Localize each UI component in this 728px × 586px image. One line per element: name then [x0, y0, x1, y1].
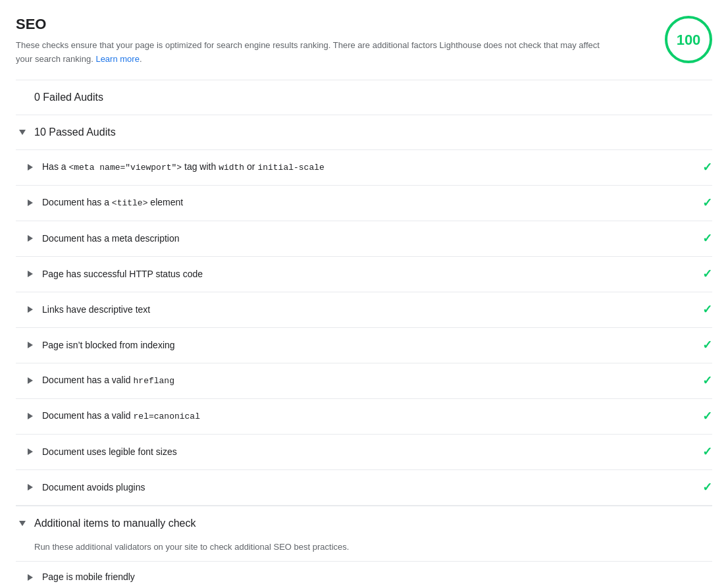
- chevron-right-icon: [28, 448, 33, 455]
- checkmark-icon-link-text: ✓: [702, 301, 712, 319]
- audit-arrow-icon: [28, 448, 33, 455]
- audit-label-http-status: Page has successful HTTP status code: [42, 267, 702, 281]
- audit-arrow-icon: [28, 200, 33, 206]
- audit-arrow-icon: [28, 484, 33, 491]
- audit-arrow-icon: [28, 235, 33, 242]
- code-width: width: [219, 163, 244, 173]
- audit-label-link-text: Links have descriptive text: [42, 303, 702, 317]
- audit-label-canonical: Document has a valid rel=canonical: [42, 409, 702, 423]
- chevron-right-icon: [28, 271, 33, 277]
- checkmark-icon-font-size: ✓: [702, 443, 712, 461]
- passed-audits-label: 10 Passed Audits: [34, 124, 116, 140]
- checkmark-icon-plugins: ✓: [702, 479, 712, 496]
- manual-label-mobile-friendly: Page is mobile friendly: [42, 570, 135, 584]
- audit-arrow-icon: [28, 271, 33, 277]
- learn-more-link[interactable]: Learn more: [95, 54, 139, 64]
- checkmark-icon-crawlable: ✓: [702, 336, 712, 354]
- audit-list: Has a <meta name="viewport"> tag with wi…: [16, 149, 712, 506]
- audit-label-hreflang: Document has a valid hreflang: [42, 373, 702, 388]
- passed-audits-chevron: [16, 126, 29, 139]
- audit-item-plugins[interactable]: Document avoids plugins ✓: [16, 470, 712, 506]
- audit-item-meta-description[interactable]: Document has a meta description ✓: [16, 221, 712, 257]
- page-container: SEO These checks ensure that your page i…: [0, 0, 728, 586]
- audit-label-meta-description: Document has a meta description: [42, 232, 702, 246]
- code-title: <title>: [112, 198, 148, 208]
- chevron-down-icon: [19, 130, 26, 135]
- passed-audits-section: 10 Passed Audits Has a <meta name="viewp…: [16, 115, 712, 506]
- chevron-right-icon: [28, 200, 33, 206]
- audit-item-canonical[interactable]: Document has a valid rel=canonical ✓: [16, 399, 712, 435]
- audit-arrow-icon: [28, 413, 33, 419]
- code-initial-scale: initial-scale: [257, 163, 324, 173]
- audit-item-crawlable[interactable]: Page isn’t blocked from indexing ✓: [16, 328, 712, 363]
- header-content: SEO These checks ensure that your page i…: [16, 13, 652, 67]
- additional-section: Additional items to manually check Run t…: [16, 506, 712, 586]
- failed-audits-label: 0 Failed Audits: [34, 90, 103, 105]
- chevron-right-icon: [28, 306, 33, 313]
- audit-item-title[interactable]: Document has a <title> element ✓: [16, 186, 712, 221]
- passed-audits-header[interactable]: 10 Passed Audits: [16, 115, 712, 149]
- audit-item-http-status[interactable]: Page has successful HTTP status code ✓: [16, 257, 712, 292]
- audit-label-font-size: Document uses legible font sizes: [42, 445, 702, 459]
- audit-item-link-text[interactable]: Links have descriptive text ✓: [16, 292, 712, 328]
- failed-audits-section: 0 Failed Audits: [16, 80, 712, 115]
- chevron-right-icon: [28, 574, 33, 581]
- seo-header: SEO These checks ensure that your page i…: [16, 13, 712, 67]
- chevron-right-icon: [28, 484, 33, 491]
- audit-item-viewport[interactable]: Has a <meta name="viewport"> tag with wi…: [16, 150, 712, 186]
- page-title: SEO: [16, 13, 652, 35]
- additional-section-header[interactable]: Additional items to manually check: [16, 506, 712, 541]
- audit-label-crawlable: Page isn’t blocked from indexing: [42, 338, 702, 352]
- audit-arrow-icon: [28, 306, 33, 313]
- audit-label-title: Document has a <title> element: [42, 196, 702, 210]
- checkmark-icon-http-status: ✓: [702, 265, 712, 283]
- checkmark-icon-viewport: ✓: [702, 159, 712, 176]
- chevron-right-icon: [28, 377, 33, 384]
- audit-arrow-icon: [28, 164, 33, 171]
- code-meta-viewport: <meta name="viewport">: [68, 163, 182, 173]
- chevron-down-icon: [19, 521, 26, 526]
- chevron-right-icon: [28, 413, 33, 419]
- audit-arrow-icon: [28, 574, 33, 581]
- manual-item-mobile-friendly[interactable]: Page is mobile friendly: [16, 561, 712, 586]
- audit-label-viewport: Has a <meta name="viewport"> tag with wi…: [42, 160, 702, 174]
- audit-arrow-icon: [28, 377, 33, 384]
- failed-audits-header[interactable]: 0 Failed Audits: [16, 80, 712, 115]
- chevron-right-icon: [28, 235, 33, 242]
- additional-section-label: Additional items to manually check: [34, 516, 195, 531]
- checkmark-icon-hreflang: ✓: [702, 372, 712, 390]
- additional-chevron: [16, 517, 29, 530]
- code-hreflang: hreflang: [134, 376, 174, 386]
- audit-item-hreflang[interactable]: Document has a valid hreflang ✓: [16, 363, 712, 399]
- audit-item-font-size[interactable]: Document uses legible font sizes ✓: [16, 435, 712, 470]
- header-description: These checks ensure that your page is op…: [16, 39, 608, 67]
- additional-section-description: Run these additional validators on your …: [16, 541, 712, 562]
- audit-label-plugins: Document avoids plugins: [42, 481, 702, 494]
- audit-arrow-icon: [28, 342, 33, 348]
- checkmark-icon-meta-description: ✓: [702, 230, 712, 248]
- chevron-right-icon: [28, 342, 33, 348]
- checkmark-icon-canonical: ✓: [702, 408, 712, 425]
- code-canonical: rel=canonical: [134, 412, 200, 421]
- checkmark-icon-title: ✓: [702, 194, 712, 212]
- chevron-right-icon: [28, 164, 33, 171]
- score-circle: 100: [665, 16, 712, 63]
- score-value: 100: [677, 29, 701, 51]
